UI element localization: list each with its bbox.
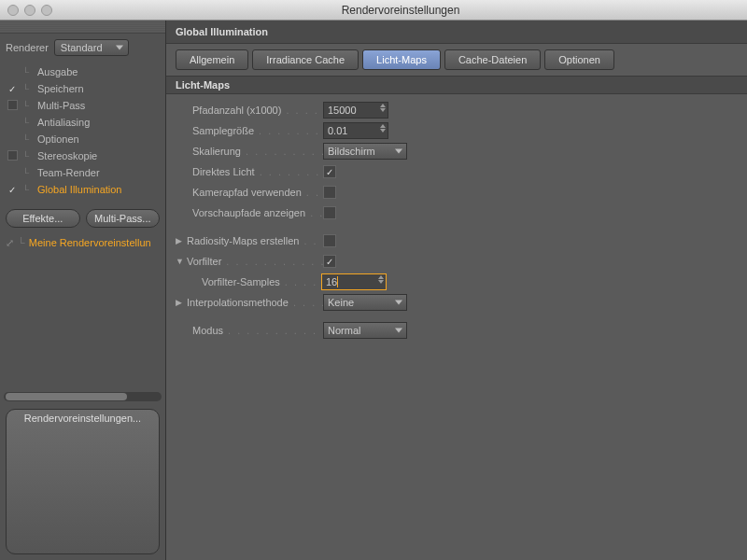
multipass-button[interactable]: Multi-Pass... <box>86 209 161 228</box>
tab-licht-maps[interactable]: Licht-Maps <box>362 49 441 70</box>
section-header: Licht-Maps <box>166 76 747 94</box>
modus-dropdown[interactable]: Normal <box>323 322 407 339</box>
interpolation-dropdown[interactable]: Keine <box>323 294 407 311</box>
sidebar: Renderer Standard └Ausgabe ✓└Speichern └… <box>0 21 166 560</box>
tab-bar: Allgemein Irradiance Cache Licht-Maps Ca… <box>166 44 747 76</box>
skalierung-dropdown[interactable]: Bildschirm <box>323 143 407 160</box>
direktes-licht-label: Direktes Licht <box>192 166 323 177</box>
close-icon[interactable] <box>7 5 19 16</box>
sidebar-gripper[interactable] <box>0 21 165 34</box>
tree-item-antialiasing[interactable]: └Antialiasing <box>0 114 165 131</box>
effects-button[interactable]: Effekte... <box>6 209 80 228</box>
main-title: Global Illumination <box>166 21 747 44</box>
vorfilter-samples-input[interactable]: 16 <box>321 273 387 290</box>
interpolation-label: Interpolationsmethode <box>187 297 323 308</box>
tree-item-teamrender[interactable]: └Team-Render <box>0 164 165 181</box>
vorschau-label: Vorschaupfade anzeigen <box>192 207 323 218</box>
samplegroesse-label: Samplegröße <box>192 125 323 136</box>
radiosity-label: Radiosity-Maps erstellen <box>187 235 323 246</box>
settings-tree: └Ausgabe ✓└Speichern └Multi-Pass └Antial… <box>0 62 165 203</box>
tree-item-global-illumination[interactable]: ✓└Global Illumination <box>0 181 165 198</box>
vorfilter-checkbox[interactable]: ✓ <box>323 255 336 268</box>
tab-cache-dateien[interactable]: Cache-Dateien <box>444 49 541 70</box>
preset-row[interactable]: ⤢ └ Meine Rendervoreinstellun <box>0 233 165 253</box>
samplegroesse-input[interactable]: 0.01 <box>323 122 388 139</box>
tab-optionen[interactable]: Optionen <box>544 49 614 70</box>
tree-item-ausgabe[interactable]: └Ausgabe <box>0 63 165 80</box>
chevron-right-icon[interactable]: ▶ <box>176 298 187 307</box>
zoom-icon[interactable] <box>41 5 52 16</box>
preset-label: Meine Rendervoreinstellun <box>29 237 151 248</box>
tree-item-optionen[interactable]: └Optionen <box>0 131 165 147</box>
horizontal-scrollbar[interactable] <box>0 390 165 403</box>
vorfilter-samples-label: Vorfilter-Samples <box>202 276 321 287</box>
tree-item-speichern[interactable]: ✓└Speichern <box>0 80 165 97</box>
modus-label: Modus <box>192 325 323 336</box>
renderer-label: Renderer <box>6 42 49 53</box>
vorschau-checkbox[interactable] <box>323 206 336 219</box>
direktes-licht-checkbox[interactable]: ✓ <box>323 165 336 178</box>
tree-item-stereoskopie[interactable]: └Stereoskopie <box>0 147 165 164</box>
traffic-lights <box>7 5 52 16</box>
pfadanzahl-label: Pfadanzahl (x1000) <box>192 105 323 116</box>
kamerapfad-label: Kamerapfad verwenden <box>192 187 323 198</box>
chevron-right-icon[interactable]: ▶ <box>176 236 187 245</box>
minimize-icon[interactable] <box>24 5 35 16</box>
kamerapfad-checkbox[interactable] <box>323 186 336 199</box>
vorfilter-label: Vorfilter <box>187 256 323 267</box>
renderer-dropdown[interactable]: Standard <box>54 39 129 56</box>
main-panel: Global Illumination Allgemein Irradiance… <box>166 21 747 560</box>
tree-item-multipass[interactable]: └Multi-Pass <box>0 97 165 114</box>
expand-icon[interactable]: ⤢ <box>6 237 14 249</box>
render-settings-button[interactable]: Rendervoreinstellungen... <box>6 409 160 554</box>
pfadanzahl-input[interactable]: 15000 <box>323 102 388 119</box>
tab-irradiance-cache[interactable]: Irradiance Cache <box>252 49 359 70</box>
chevron-down-icon[interactable]: ▼ <box>176 257 187 266</box>
window-title: Rendervoreinstellungen <box>62 4 740 17</box>
skalierung-label: Skalierung <box>192 146 323 157</box>
radiosity-checkbox[interactable] <box>323 234 336 247</box>
window-titlebar: Rendervoreinstellungen <box>0 0 747 21</box>
tab-allgemein[interactable]: Allgemein <box>176 49 248 70</box>
